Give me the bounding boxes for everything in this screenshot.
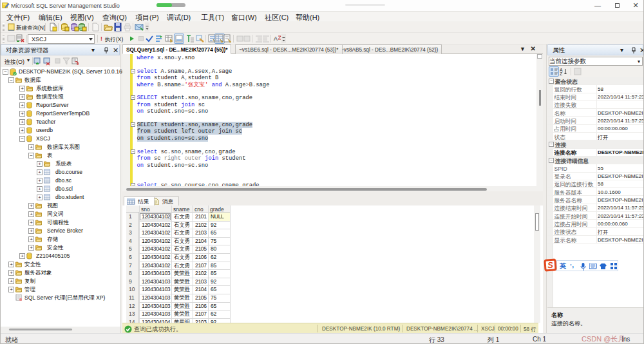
svg-text:A: A — [274, 35, 278, 42]
svg-text:Z: Z — [560, 72, 563, 76]
